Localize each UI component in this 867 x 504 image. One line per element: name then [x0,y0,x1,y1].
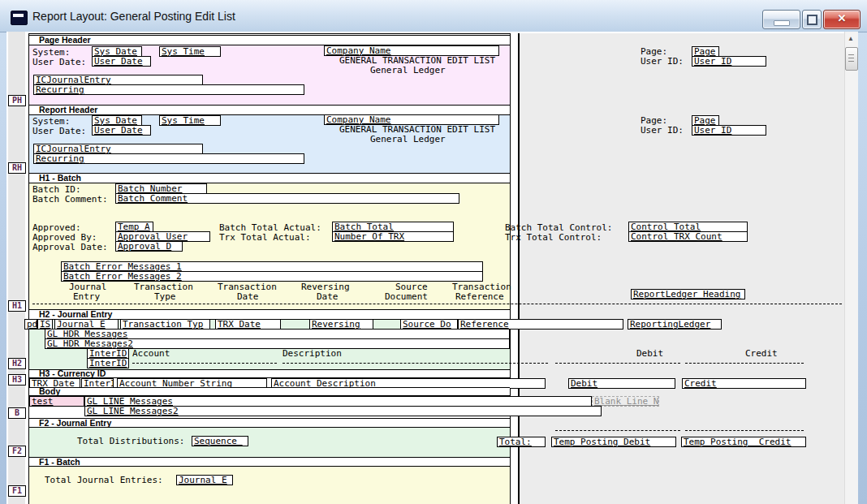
dashed-rule [555,363,680,364]
section-marker-ph[interactable]: PH [8,95,26,106]
field-credit[interactable]: Credit [682,378,806,389]
field-approval-d[interactable]: Approval D [115,241,183,252]
dashed-rule [555,430,680,431]
field-reportledger-heading[interactable]: ReportLedger Heading [631,289,745,299]
static-text-entry: Entry [73,292,100,302]
field-sys-time[interactable]: Sys Time [159,115,221,126]
field-batch-comment[interactable]: Batch Comment [115,193,459,204]
dashed-rule [685,430,804,431]
static-text-general-ledger: General Ledger [370,66,446,75]
section-area-f1-batch [29,467,510,504]
field-user-date[interactable]: User Date [92,125,151,136]
static-text-document: Document [385,292,428,302]
static-text-reference: Reference [455,292,504,302]
section-marker-h3[interactable]: H3 [8,374,26,386]
field-temp-posting-debit[interactable]: Temp Posting Debit [551,437,676,447]
field-user-date[interactable]: User Date [92,56,151,67]
static-label-total-distributions: Total Distributions: [77,437,184,446]
static-label-user-id: User ID: [641,57,684,67]
dashed-rule [132,363,277,364]
static-label-user-date: User Date: [32,58,86,67]
field-control-trx-count[interactable]: Control TRX Count [628,231,748,242]
report-objects-layer: Page HeaderSystem:Sys DateSys TimeCompan… [0,0,867,504]
static-label-user-date: User Date: [32,127,86,136]
report-writer-window: { "window": { "title": "Report Layout: G… [0,0,867,504]
section-marker-f2[interactable]: F2 [8,446,26,457]
static-label-approval-date: Approval Date: [32,243,108,252]
static-label-total-journal-entries: Total Journal Entries: [45,476,163,485]
section-band-f2-journal-entry: F2 - Journal Entry [29,418,510,428]
scroll-up-icon[interactable]: ▲ [844,33,857,45]
field-blank-line-n[interactable]: Blank Line N [592,396,659,407]
field-journal-e[interactable]: Journal E [176,475,233,485]
section-band-h1-batch: H1 - Batch [29,173,510,183]
section-band-body: Body [29,387,510,396]
field-gl-line-messages2[interactable]: GL LINE Messages2 [84,406,602,416]
vertical-scrollbar[interactable] [844,32,858,504]
field-sys-time[interactable]: Sys Time [159,46,221,57]
field-pd[interactable]: pd [24,319,37,330]
static-label-trx-total-control: Trx Total Control: [505,233,602,243]
section-marker-b[interactable]: B [8,407,26,419]
static-text-credit: Credit [745,349,778,359]
field-interid[interactable]: InterID [87,358,129,368]
static-label-batch-comment: Batch Comment: [32,195,108,205]
static-text-debit: Debit [636,349,663,359]
dashed-rule [32,304,842,304]
section-marker-f1[interactable]: F1 [8,485,26,497]
field-user-id[interactable]: User ID [692,125,766,136]
section-band-h3-currency-id: H3 - Currency ID [29,369,510,378]
static-text-general-ledger: General Ledger [370,135,446,144]
scrollbar-thumb[interactable] [845,47,858,71]
field-user-id[interactable]: User ID [692,56,766,67]
field-debit[interactable]: Debit [568,378,675,389]
field-recurring[interactable]: Recurring [33,153,304,164]
static-text-account: Account [132,349,170,359]
static-text-date: Date [317,292,339,302]
field-sequence[interactable]: Sequence [192,436,248,446]
section-marker-rh[interactable]: RH [8,162,26,174]
dashed-rule [685,363,804,364]
field-reportingledger[interactable]: ReportingLedger [628,319,722,330]
static-text-description: Description [283,349,342,359]
field-temp-posting-credit[interactable]: Temp Posting Credit [681,437,806,447]
field-recurring[interactable]: Recurring [33,84,304,95]
field-number-of-trx[interactable]: Number Of TRX [332,231,454,242]
static-label-trx-total-actual: Trx Total Actual: [219,233,311,243]
section-marker-h2[interactable]: H2 [8,358,26,369]
field-total[interactable]: Total: [497,437,546,447]
static-label-user-id: User ID: [641,126,684,136]
field-batch-error-messages-2[interactable]: Batch Error Messages 2 [61,271,483,282]
section-marker-h1[interactable]: H1 [8,300,26,312]
static-text-type: Type [154,292,176,302]
section-band-page-header: Page Header [29,35,510,45]
section-band-f1-batch: F1 - Batch [29,457,510,467]
static-text-date: Date [237,292,259,302]
field-test[interactable]: test [29,396,84,407]
dashed-rule [283,363,548,364]
